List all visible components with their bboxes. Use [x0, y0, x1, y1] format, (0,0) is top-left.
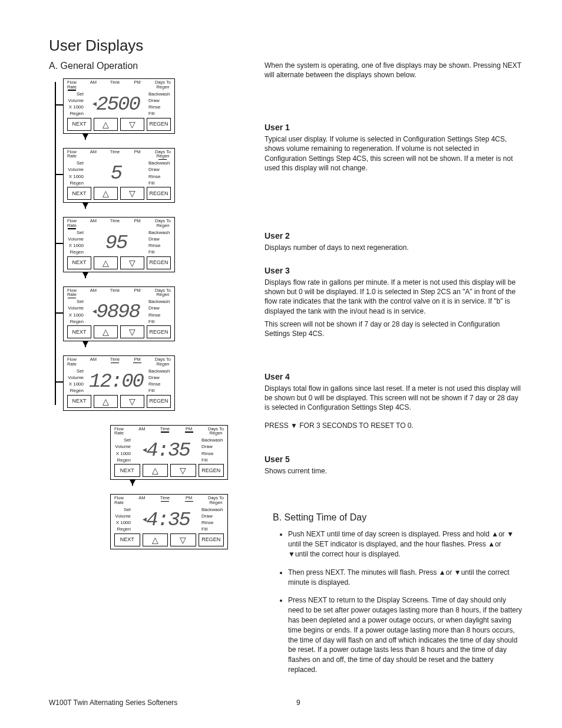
lcd-readout: ◄2500 — [86, 91, 146, 118]
lbl-days-regen: Days ToRegen — [208, 495, 224, 505]
user4-body1: Displays total flow in gallons since las… — [265, 384, 522, 413]
lbl-pm: PM — [186, 495, 192, 500]
section-b-list: Push NEXT until time of day screen is di… — [265, 529, 522, 674]
lbl-time: Time — [110, 288, 120, 293]
lbl-days-regen: Days ToRegen — [155, 218, 171, 228]
lbl-time: Time — [160, 426, 170, 431]
user3-heading: User 3 — [265, 265, 522, 276]
regen-button[interactable]: REGEN — [147, 187, 171, 200]
lcd-panel: FlowRate AM Time PM Days ToRegen SetVolu… — [63, 148, 243, 213]
user4-heading: User 4 — [265, 371, 522, 383]
regen-button[interactable]: REGEN — [147, 118, 171, 131]
lcd-panel: FlowRate AM Time PM Days ToRegen SetVolu… — [63, 355, 243, 420]
user4-body2: PRESS ▼ FOR 3 SECONDS TO RESET TO 0. — [265, 421, 522, 430]
lcd-panel: FlowRate AM Time PM Days ToRegen SetVolu… — [63, 286, 243, 351]
left-labels: SetVolumeX 1000Regen — [64, 368, 86, 395]
next-button[interactable]: NEXT — [67, 325, 91, 338]
up-button[interactable] — [94, 187, 118, 200]
lbl-time: Time — [110, 149, 120, 154]
lbl-am: AM — [138, 495, 145, 500]
lcd-readout: 5 — [86, 160, 146, 187]
next-button[interactable]: NEXT — [67, 395, 91, 408]
left-labels: SetVolumeX 1000Regen — [64, 91, 86, 118]
lbl-days-regen: Days ToRegen — [208, 426, 224, 436]
down-button[interactable] — [120, 325, 144, 338]
section-b: B. Setting Time of Day Push NEXT until t… — [265, 511, 522, 675]
lbl-pm: PM — [134, 80, 140, 85]
lbl-am: AM — [90, 357, 97, 362]
regen-button[interactable]: REGEN — [147, 325, 171, 338]
down-button[interactable] — [170, 464, 196, 477]
down-button[interactable] — [120, 187, 144, 200]
down-button[interactable] — [120, 118, 144, 131]
up-button[interactable] — [143, 464, 168, 477]
section-b-heading: B. Setting Time of Day — [265, 511, 522, 524]
left-labels: SetVolumeX 1000Regen — [64, 160, 86, 187]
lcd-readout: ◄4:35 — [133, 437, 199, 464]
lbl-flow-rate: FlowRate — [67, 149, 77, 159]
lbl-time: Time — [110, 80, 120, 85]
lbl-flow-rate: FlowRate — [114, 426, 124, 436]
lcd-panel: FlowRate AM Time PM Days ToRegen SetVolu… — [110, 494, 243, 559]
lbl-days-regen: Days ToRegen — [155, 149, 171, 159]
lbl-days-regen: Days ToRegen — [155, 288, 171, 298]
regen-button[interactable]: REGEN — [147, 256, 171, 269]
lbl-flow-rate: FlowRate — [67, 357, 77, 367]
next-button[interactable]: NEXT — [67, 187, 91, 200]
right-labels: BackwashDrawRinseFill — [146, 229, 174, 256]
lbl-am: AM — [138, 426, 145, 431]
up-button[interactable] — [94, 395, 118, 408]
lcd-readout: ◄4:35 — [133, 506, 199, 533]
right-labels: BackwashDrawRinseFill — [146, 368, 174, 395]
down-button[interactable] — [120, 256, 144, 269]
lbl-am: AM — [90, 149, 97, 154]
user3-body1: Displays flow rate in gallons per minute… — [265, 278, 522, 316]
regen-button[interactable]: REGEN — [199, 464, 224, 477]
right-labels: BackwashDrawRinseFill — [146, 160, 174, 187]
lbl-flow-rate: FlowRate — [67, 80, 77, 90]
next-button[interactable]: NEXT — [67, 256, 91, 269]
up-button[interactable] — [94, 325, 118, 338]
regen-button[interactable]: REGEN — [147, 395, 171, 408]
regen-button[interactable]: REGEN — [199, 533, 224, 546]
page-title: User Displays — [49, 37, 522, 55]
section-b-item: Press NEXT to return to the Display Scre… — [288, 595, 522, 674]
lbl-flow-rate: FlowRate — [114, 495, 124, 505]
lbl-pm: PM — [134, 149, 140, 154]
user2-body: Displays number of days to next regenera… — [265, 243, 522, 252]
section-b-item: Then press NEXT. The minutes will flash.… — [288, 568, 522, 588]
user3-body2: This screen will not be shown if 7 day o… — [265, 319, 522, 338]
lbl-pm: PM — [186, 426, 192, 431]
lbl-am: AM — [90, 80, 97, 85]
lcd-panel: FlowRate AM Time PM Days ToRegen SetVolu… — [63, 78, 243, 143]
left-labels: SetVolumeX 1000Regen — [111, 437, 133, 464]
lcd-readout: 12:00 — [86, 368, 146, 395]
up-button[interactable] — [94, 118, 118, 131]
user5-heading: User 5 — [265, 454, 522, 465]
next-button[interactable]: NEXT — [67, 118, 91, 131]
down-button[interactable] — [170, 533, 196, 546]
right-labels: BackwashDrawRinseFill — [146, 298, 174, 325]
lcd-readout: ◄9898 — [86, 298, 146, 325]
lbl-time: Time — [110, 357, 120, 362]
section-b-item: Push NEXT until time of day screen is di… — [288, 529, 522, 559]
user5-body: Shows current time. — [265, 466, 522, 476]
right-labels: BackwashDrawRinseFill — [199, 506, 227, 533]
left-labels: SetVolumeX 1000Regen — [64, 229, 86, 256]
lbl-time: Time — [160, 495, 170, 500]
lbl-pm: PM — [134, 288, 140, 293]
footer-product: W100T Twin Alternating Series Softeners — [49, 699, 296, 707]
user2-heading: User 2 — [265, 230, 522, 242]
left-labels: SetVolumeX 1000Regen — [64, 298, 86, 325]
text-column: When the system is operating, one of fiv… — [265, 61, 522, 683]
down-button[interactable] — [120, 395, 144, 408]
up-button[interactable] — [143, 533, 168, 546]
next-button[interactable]: NEXT — [114, 464, 140, 477]
lcd-panel: FlowRate AM Time PM Days ToRegen SetVolu… — [110, 425, 243, 490]
lbl-pm: PM — [134, 357, 140, 362]
next-button[interactable]: NEXT — [114, 533, 140, 546]
lcd-panel: FlowRate AM Time PM Days ToRegen SetVolu… — [63, 217, 243, 282]
up-button[interactable] — [94, 256, 118, 269]
user1-heading: User 1 — [265, 122, 522, 133]
page-footer: W100T Twin Alternating Series Softeners … — [49, 699, 522, 707]
